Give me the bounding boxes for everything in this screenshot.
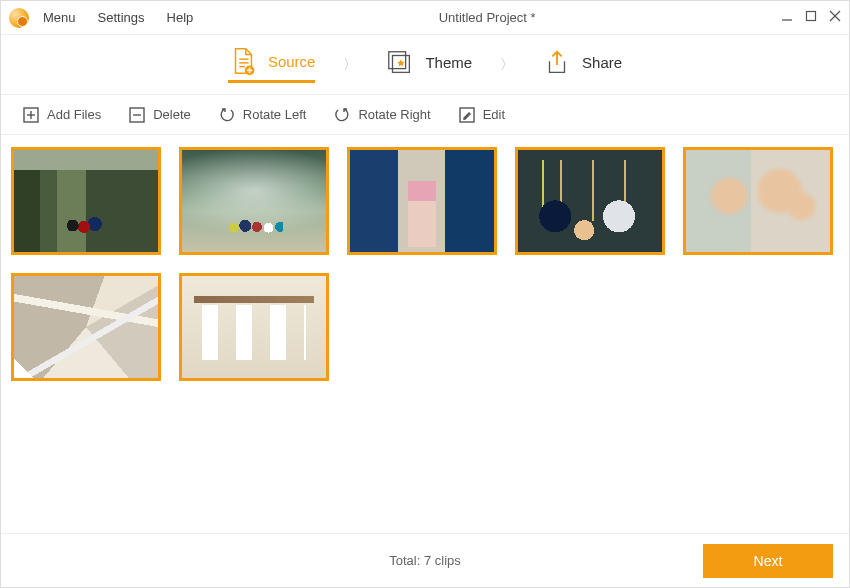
document-plus-icon	[228, 46, 258, 76]
add-files-label: Add Files	[47, 107, 101, 122]
image-icon	[182, 150, 326, 252]
title-bar: Menu Settings Help Untitled Project *	[1, 1, 849, 35]
chevron-right-icon: 〉	[500, 56, 514, 74]
menu-bar: Menu Settings Help	[43, 10, 193, 25]
clip-thumbnail[interactable]	[11, 273, 161, 381]
delete-button[interactable]: Delete	[129, 107, 191, 123]
tab-source[interactable]: Source	[228, 46, 316, 83]
clip-grid	[1, 135, 849, 533]
image-icon	[14, 276, 158, 378]
plus-box-icon	[23, 107, 39, 123]
minus-box-icon	[129, 107, 145, 123]
rotate-left-label: Rotate Left	[243, 107, 307, 122]
edit-label: Edit	[483, 107, 505, 122]
rotate-left-icon	[219, 107, 235, 123]
svg-rect-1	[807, 12, 816, 21]
toolbar: Add Files Delete Rotate Left Rotate Righ…	[1, 95, 849, 135]
menu-help[interactable]: Help	[167, 10, 194, 25]
rotate-right-button[interactable]: Rotate Right	[334, 107, 430, 123]
image-icon	[518, 150, 662, 252]
rotate-left-button[interactable]: Rotate Left	[219, 107, 307, 123]
chevron-right-icon: 〉	[343, 56, 357, 74]
menu-menu[interactable]: Menu	[43, 10, 76, 25]
window-controls	[781, 10, 841, 25]
share-export-icon	[542, 48, 572, 78]
clip-thumbnail[interactable]	[11, 147, 161, 255]
step-tabs: Source 〉 Theme 〉 Share	[1, 35, 849, 95]
tab-source-label: Source	[268, 53, 316, 70]
tab-share[interactable]: Share	[542, 48, 622, 82]
menu-settings[interactable]: Settings	[98, 10, 145, 25]
clip-count-label: Total: 7 clips	[389, 553, 461, 568]
edit-pencil-icon	[459, 107, 475, 123]
close-icon[interactable]	[829, 10, 841, 25]
tab-theme[interactable]: Theme	[385, 48, 472, 82]
image-icon	[182, 276, 326, 378]
minimize-icon[interactable]	[781, 10, 793, 25]
image-icon	[14, 150, 158, 252]
tab-share-label: Share	[582, 54, 622, 71]
edit-button[interactable]: Edit	[459, 107, 505, 123]
footer-bar: Total: 7 clips Next	[1, 533, 849, 587]
project-title: Untitled Project *	[193, 10, 781, 25]
image-icon	[686, 150, 830, 252]
clip-thumbnail[interactable]	[347, 147, 497, 255]
clip-thumbnail[interactable]	[683, 147, 833, 255]
theme-stack-icon	[385, 48, 415, 78]
add-files-button[interactable]: Add Files	[23, 107, 101, 123]
rotate-right-label: Rotate Right	[358, 107, 430, 122]
delete-label: Delete	[153, 107, 191, 122]
clip-thumbnail[interactable]	[179, 147, 329, 255]
clip-thumbnail[interactable]	[179, 273, 329, 381]
next-button-label: Next	[754, 553, 783, 569]
rotate-right-icon	[334, 107, 350, 123]
tab-theme-label: Theme	[425, 54, 472, 71]
next-button[interactable]: Next	[703, 544, 833, 578]
clip-thumbnail[interactable]	[515, 147, 665, 255]
image-icon	[350, 150, 494, 252]
app-logo-icon	[9, 8, 29, 28]
maximize-icon[interactable]	[805, 10, 817, 25]
